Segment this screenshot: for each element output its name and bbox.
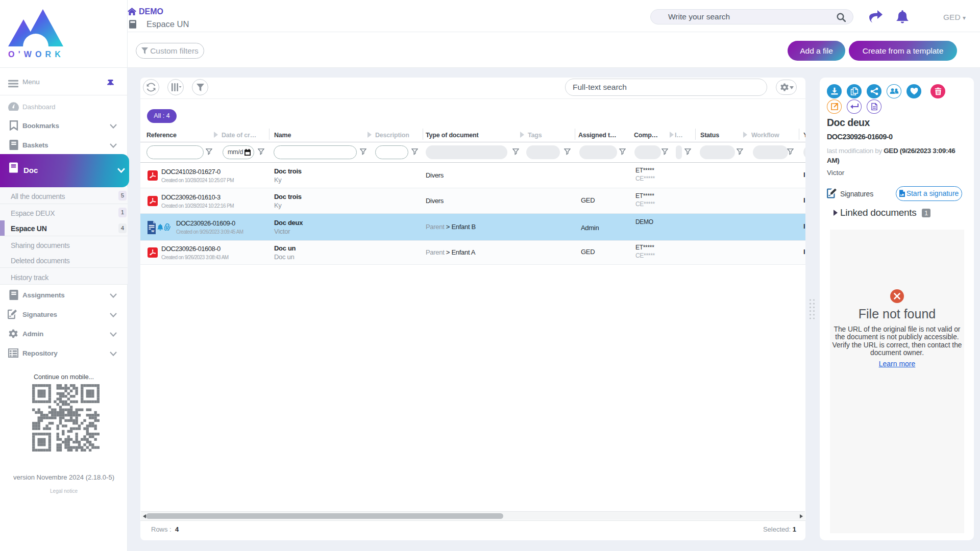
svg-text:w: w	[151, 229, 155, 233]
svg-text:O'WORK: O'WORK	[8, 50, 64, 58]
